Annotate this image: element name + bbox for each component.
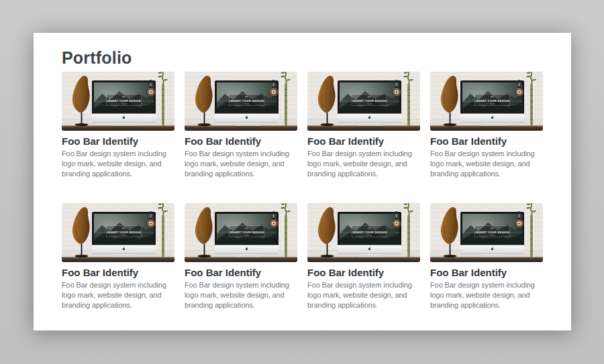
portfolio-item-title: Foo Bar Identify [430,135,543,147]
portfolio-thumbnail[interactable] [307,72,420,131]
portfolio-item[interactable]: Foo Bar Identify Foo Bar design system i… [62,203,174,310]
portfolio-thumbnail[interactable] [430,72,543,131]
imac-desk-mockup-image [307,203,420,262]
imac-desk-mockup-image [430,203,543,262]
portfolio-thumbnail[interactable] [185,72,297,131]
portfolio-item-title: Foo Bar Identify [307,135,420,147]
portfolio-item[interactable]: Foo Bar Identify Foo Bar design system i… [185,203,297,310]
portfolio-item[interactable]: Foo Bar Identify Foo Bar design system i… [307,72,420,179]
portfolio-item[interactable]: Foo Bar Identify Foo Bar design system i… [430,72,543,179]
imac-desk-mockup-image [430,72,543,131]
portfolio-item-title: Foo Bar Identify [185,135,297,147]
portfolio-thumbnail[interactable] [430,203,543,262]
portfolio-thumbnail[interactable] [307,203,420,262]
portfolio-item-description: Foo Bar design system including logo mar… [62,149,174,179]
portfolio-item[interactable]: Foo Bar Identify Foo Bar design system i… [307,203,420,310]
imac-desk-mockup-image [62,203,174,262]
portfolio-item-description: Foo Bar design system including logo mar… [307,280,420,310]
imac-desk-mockup-image [307,72,420,131]
portfolio-thumbnail[interactable] [62,203,174,262]
portfolio-item-description: Foo Bar design system including logo mar… [185,280,297,310]
portfolio-thumbnail[interactable] [185,203,297,262]
portfolio-item-description: Foo Bar design system including logo mar… [185,149,297,179]
portfolio-item-title: Foo Bar Identify [430,267,543,278]
portfolio-item[interactable]: Foo Bar Identify Foo Bar design system i… [430,203,543,310]
portfolio-item-title: Foo Bar Identify [62,135,174,147]
portfolio-item-description: Foo Bar design system including logo mar… [62,280,174,310]
portfolio-item-description: Foo Bar design system including logo mar… [430,280,543,310]
portfolio-item[interactable]: Foo Bar Identify Foo Bar design system i… [62,72,174,179]
portfolio-item-description: Foo Bar design system including logo mar… [307,149,420,179]
portfolio-thumbnail[interactable] [62,72,174,131]
imac-desk-mockup-image [62,72,174,131]
page-title: Portfolio [62,50,543,66]
portfolio-item[interactable]: Foo Bar Identify Foo Bar design system i… [185,72,297,179]
portfolio-item-title: Foo Bar Identify [185,267,297,278]
portfolio-item-title: Foo Bar Identify [307,267,420,278]
portfolio-grid: Foo Bar Identify Foo Bar design system i… [62,72,543,310]
portfolio-item-title: Foo Bar Identify [62,267,174,278]
imac-desk-mockup-image [185,203,297,262]
imac-desk-mockup-image [185,72,297,131]
portfolio-item-description: Foo Bar design system including logo mar… [430,149,543,179]
portfolio-card: Portfolio Foo Bar Identify Foo Bar desig… [34,33,571,330]
